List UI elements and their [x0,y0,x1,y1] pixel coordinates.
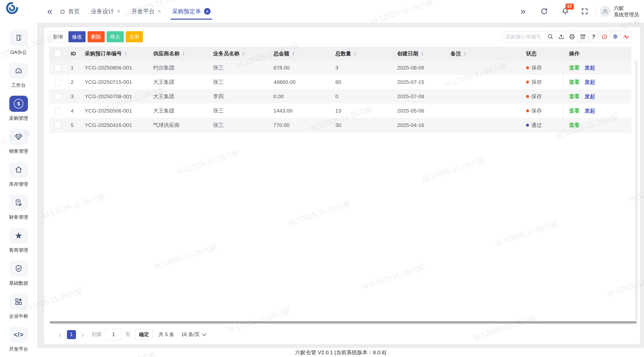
refresh-icon[interactable] [540,7,548,15]
chevron-down-icon [202,332,206,336]
cell-text: 3 [335,65,338,71]
dashboard-button[interactable] [599,31,610,43]
table-row[interactable]: 4YCG-20250506-001大王集团张三1443.00132025-05-… [49,103,631,118]
sidebar-item-customers[interactable]: ★客商管理 [0,228,37,261]
search-input[interactable] [502,31,545,42]
cell-remark [449,75,525,89]
view-link[interactable]: 查看 [569,122,580,129]
sort-icon[interactable]: ▲▼ [292,51,295,56]
review-button[interactable]: 去审 [126,31,143,42]
app-logo-icon[interactable] [6,2,18,14]
notification-badge: 57 [566,4,574,10]
sidebar-item-tile: ? [9,195,28,211]
table-row[interactable]: 1YCG-20250806-001约尔集团张三678.0032025-08-06… [49,60,631,75]
row-checkbox[interactable] [55,79,61,85]
terminate-button[interactable]: 终止 [107,31,124,42]
tab-business-design[interactable]: 业务设计× [90,0,121,23]
tab-purchase-order[interactable]: 采购预定单× [172,0,211,23]
sidebar-item-label: 库存管理 [9,181,28,188]
pagination-next-icon[interactable]: › [82,331,84,339]
tab-home[interactable]: 首页 [59,0,80,23]
row-checkbox[interactable] [55,108,61,114]
add-button[interactable]: 新增 [49,31,66,42]
export-icon [558,33,565,40]
toolbar-right: ?❄ [502,31,632,43]
sidebar-item-label: 财务管理 [9,214,28,221]
cell-qty: 30 [334,118,396,132]
sidebar-item-dev-platform[interactable]: </>开发平台 [0,327,37,357]
table-row[interactable]: 5YCG-20250416-001气球供应商张三770.00302025-04-… [49,118,631,132]
sidebar-item-purchase[interactable]: $采购管理 [0,96,37,129]
row-checkbox[interactable] [55,64,61,71]
sidebar-item-oa-office[interactable]: OA办公 [0,30,37,63]
cell-text: 2025-07-08 [397,93,424,99]
edit-button[interactable]: 修改 [68,31,86,42]
cell-actions: 查看 [563,118,631,132]
fullscreen-icon[interactable] [581,8,588,15]
horizontal-scrollbar[interactable] [50,321,637,324]
pagination-prev-icon[interactable]: ‹ [59,331,61,339]
cell-salesman: 张三 [212,75,272,89]
monitor-button[interactable] [621,31,632,43]
cell-select [49,118,69,132]
table-row[interactable]: 2YCG-20250715-001大王集团张三46860.00802025-07… [49,75,631,89]
initiate-link[interactable]: 发起 [585,93,595,100]
sidebar-item-workbench[interactable]: 工作台 [0,63,37,96]
expand-tabs-icon[interactable]: » [520,7,526,16]
cell-supplier: 大王集团 [152,89,212,103]
sidebar-item-inventory[interactable]: 库存管理 [0,162,37,195]
sidebar-item-sales[interactable]: 销售管理 [0,129,37,162]
user-info[interactable]: 六蚁 系统管理员 [614,5,639,18]
sort-icon[interactable]: ▲▼ [464,51,466,56]
sort-icon[interactable]: ▲▼ [124,51,127,56]
print-button[interactable] [567,31,578,43]
gauge-icon [14,66,23,75]
select-all-checkbox[interactable] [55,50,61,57]
collapse-tabs-icon[interactable]: « [47,7,52,16]
sort-icon[interactable]: ▲▼ [354,51,356,56]
column-header-created: 创建日期▲▼ [396,47,449,60]
goto-confirm-button[interactable]: 确定 [135,329,152,340]
pulse-icon [623,33,630,40]
column-label: 总金额 [273,50,289,57]
notifications-bell-icon[interactable]: 57 [561,7,569,15]
help-button[interactable]: ? [588,31,599,43]
sidebar-item-tile [9,63,28,79]
row-checkbox[interactable] [55,93,61,100]
cell-text: 李四 [213,93,224,100]
sidebar-item-base-data[interactable]: 基础数据 [0,261,37,294]
star-icon: ★ [15,231,23,240]
initiate-link[interactable]: 发起 [585,107,595,114]
vertical-scrollbar[interactable] [635,60,638,320]
view-link[interactable]: 查看 [569,64,580,71]
sidebar-item-enterprise-hub[interactable]: 企业中枢 [0,294,37,327]
pagination-current-page[interactable]: 1 [67,330,76,339]
initiate-link[interactable]: 发起 [585,64,595,71]
close-tab-icon[interactable]: × [157,9,161,14]
close-tab-icon[interactable]: × [117,9,120,14]
table-row[interactable]: 3YCG-20250708-001大王集团李四0.0002025-07-08保存… [49,89,631,103]
export-button[interactable] [556,31,567,43]
qrcode-button[interactable] [577,31,588,43]
view-link[interactable]: 查看 [569,107,580,114]
gem-icon [14,132,23,141]
cell-status: 保存 [525,89,563,103]
view-link[interactable]: 查看 [569,93,580,100]
user-avatar[interactable]: 六 [600,6,611,17]
row-checkbox[interactable] [55,122,61,128]
view-link[interactable]: 查看 [569,79,580,86]
initiate-link[interactable]: 发起 [585,79,595,86]
close-tab-icon[interactable]: × [204,8,211,15]
search-button[interactable] [545,31,556,43]
sort-icon[interactable]: ▲▼ [421,51,424,56]
sidebar-item-finance[interactable]: ?财务管理 [0,195,37,228]
column-label: 业务员名称 [213,50,239,57]
sort-icon[interactable]: ▲▼ [182,51,185,56]
tab-dev-platform[interactable]: 开发平台× [131,0,161,23]
sort-icon[interactable]: ▲▼ [242,51,245,56]
page-size-select[interactable]: 16 条/页 [181,331,206,338]
delete-button[interactable]: 删除 [88,31,105,42]
goto-page-input[interactable] [105,329,122,340]
freeze-button[interactable]: ❄ [610,31,621,43]
cell-text: 大王集团 [153,79,174,86]
